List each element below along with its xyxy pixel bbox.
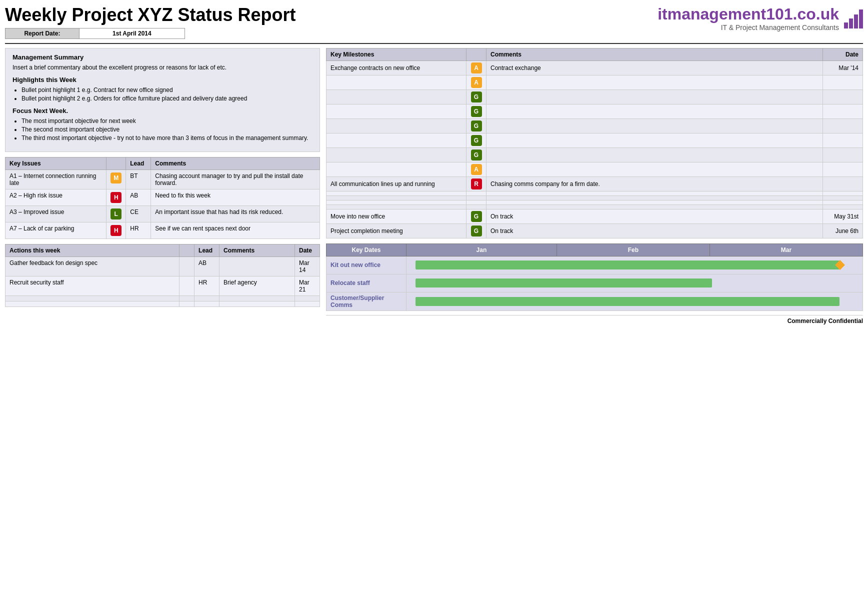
key-issues-table: Key Issues Lead Comments A1 – Internet c… — [5, 157, 320, 239]
highlights-list: Bullet point highlight 1 e.g. Contract f… — [12, 86, 312, 102]
at-comment: Brief agency — [220, 276, 295, 296]
ki-badge-cell: H — [106, 189, 126, 206]
table-row: A2 – High risk issue H AB Need to fix th… — [6, 189, 320, 206]
at-col-badge — [180, 244, 194, 256]
report-date-bar: Report Date: 1st April 2014 — [5, 28, 185, 39]
ms-milestone: Move into new office — [326, 209, 466, 224]
ki-issue: A1 – Internet connection running late — [6, 170, 106, 189]
ms-date — [823, 200, 863, 204]
ms-comment — [486, 191, 823, 196]
page-header: Weekly Project XYZ Status Report Report … — [5, 5, 863, 44]
ms-badge-cell: A — [466, 162, 486, 176]
ms-milestone — [326, 133, 466, 148]
ms-milestone — [326, 75, 466, 90]
status-badge: A — [471, 77, 482, 88]
ms-milestone — [326, 196, 466, 200]
ms-date: Mar '14 — [823, 60, 863, 75]
table-row: Project completion meeting G On track Ju… — [326, 224, 863, 238]
ms-milestone — [326, 162, 466, 176]
ki-issue: A3 – Improved issue — [6, 206, 106, 222]
ki-badge-cell: H — [106, 222, 126, 238]
ms-comment — [486, 75, 823, 90]
report-date-label: Report Date: — [6, 28, 80, 38]
ms-comment: On track — [486, 224, 823, 238]
table-row: A7 – Lack of car parking H HR See if we … — [6, 222, 320, 238]
at-lead: HR — [194, 276, 220, 296]
ms-date — [823, 133, 863, 148]
status-badge: G — [471, 120, 482, 132]
status-badge: H — [110, 192, 122, 203]
status-badge: R — [471, 178, 482, 190]
ms-badge-cell: G — [466, 148, 486, 162]
table-row: G — [326, 90, 863, 104]
table-row — [326, 191, 863, 196]
gantt-row-label: Relocate staff — [326, 274, 406, 292]
at-date — [295, 301, 320, 306]
ms-milestone — [326, 148, 466, 162]
ki-badge-cell: M — [106, 170, 126, 189]
milestones-table: Key Milestones Comments Date Exchange co… — [326, 48, 863, 238]
at-col-lead: Lead — [194, 244, 220, 256]
page-title: Weekly Project XYZ Status Report — [5, 5, 296, 25]
ki-col-lead: Lead — [126, 157, 151, 170]
ki-issue: A2 – High risk issue — [6, 189, 106, 206]
at-lead — [194, 296, 220, 301]
ms-col-badge — [466, 48, 486, 60]
table-row — [6, 301, 320, 306]
at-action — [6, 301, 180, 306]
focus-list: The most important objective for next we… — [12, 118, 312, 142]
bar1 — [844, 22, 848, 28]
at-action: Gather feedback fon design spec — [6, 256, 180, 276]
at-col-comments: Comments — [220, 244, 295, 256]
ms-date — [823, 196, 863, 200]
table-row: A — [326, 75, 863, 90]
ms-milestone — [326, 200, 466, 204]
table-row: Gather feedback fon design spec AB Mar 1… — [6, 256, 320, 276]
ki-comment: Need to fix this week — [151, 189, 320, 206]
at-date: Mar 14 — [295, 256, 320, 276]
ms-date — [823, 176, 863, 191]
at-comment — [220, 296, 295, 301]
ms-date — [823, 162, 863, 176]
list-item: Kit out new office — [326, 256, 863, 274]
gantt-col-header: Key Dates — [326, 244, 406, 256]
highlight-2: Bullet point highlight 2 e.g. Orders for… — [22, 95, 312, 102]
ms-comment — [486, 162, 823, 176]
focus-title: Focus Next Week. — [12, 107, 312, 114]
ki-col-badge — [106, 157, 126, 170]
ms-comment — [486, 104, 823, 118]
table-row: All communication lines up and running R… — [326, 176, 863, 191]
ms-date: May 31st — [823, 209, 863, 224]
table-row — [6, 296, 320, 301]
ms-col-comments: Comments — [486, 48, 823, 60]
ms-badge-cell: G — [466, 104, 486, 118]
ms-badge-cell: A — [466, 75, 486, 90]
table-row: Recruit security staff HR Brief agency M… — [6, 276, 320, 296]
ms-date — [823, 118, 863, 133]
status-badge: A — [471, 164, 482, 175]
ms-date — [823, 191, 863, 196]
gantt-col-mar: Mar — [710, 244, 862, 256]
ms-comment: Chasing comms company for a firm date. — [486, 176, 823, 191]
table-row: G — [326, 104, 863, 118]
ki-lead: CE — [126, 206, 151, 222]
right-panel: Key Milestones Comments Date Exchange co… — [326, 48, 863, 324]
ms-comment — [486, 204, 823, 209]
ms-date — [823, 204, 863, 209]
ki-lead: HR — [126, 222, 151, 238]
ms-comment — [486, 118, 823, 133]
highlight-1: Bullet point highlight 1 e.g. Contract f… — [22, 86, 312, 94]
at-badge-cell — [180, 276, 194, 296]
focus-3: The third most important objective - try… — [22, 134, 312, 142]
ms-milestone — [326, 204, 466, 209]
at-date: Mar 21 — [295, 276, 320, 296]
ms-milestone — [326, 191, 466, 196]
table-row: G — [326, 118, 863, 133]
table-row: G — [326, 133, 863, 148]
at-action — [6, 296, 180, 301]
gantt-row-label: Kit out new office — [326, 256, 406, 274]
actions-table: Actions this week Lead Comments Date Gat… — [5, 244, 320, 307]
ms-milestone — [326, 90, 466, 104]
ms-date — [823, 148, 863, 162]
at-col-date: Date — [295, 244, 320, 256]
